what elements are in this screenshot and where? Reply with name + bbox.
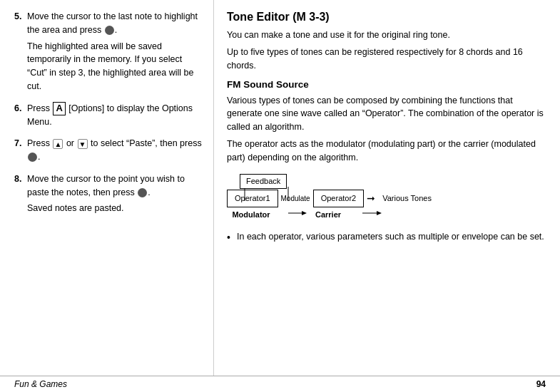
bullet-dot-icon: •: [227, 230, 237, 245]
intro-1: You can make a tone and use it for the o…: [227, 29, 546, 42]
step-7: 7. Press ▲ or ▼ to select “Paste”, then …: [14, 137, 202, 167]
diagram-inner: Feedback Operator1 Modulate Operator2 ➞ …: [227, 174, 432, 220]
fm-desc-1: Various types of tones can be composed b…: [227, 94, 546, 134]
various-tones-label: Various Tones: [382, 192, 432, 205]
ops-row: Operator1 Modulate Operator2 ➞ Various T…: [227, 190, 432, 207]
arrow-right-icon: ➞: [367, 191, 375, 206]
bullet-section: • In each operator, various parameters s…: [227, 230, 546, 245]
step-6-text2: [Options] to display the Options Menu.: [27, 103, 193, 127]
step-8-content: Move the cursor to the point you wish to…: [27, 172, 202, 218]
tone-editor-title: Tone Editor (M 3-3): [227, 9, 546, 26]
step-5-line2: The highlighted area will be saved tempo…: [27, 40, 202, 93]
fm-diagram: Feedback Operator1 Modulate Operator2 ➞ …: [227, 174, 546, 220]
intro-2: Up to five types of tones can be registe…: [227, 46, 546, 73]
step-7-content: Press ▲ or ▼ to select “Paste”, then pre…: [27, 137, 202, 167]
operator2-box: Operator2: [313, 190, 365, 207]
step-6: 6. Press A [Options] to display the Opti…: [14, 102, 202, 132]
a-key-icon: A: [53, 102, 65, 115]
up-arrow-icon: ▲: [53, 139, 63, 149]
footer-page: 94: [536, 379, 546, 389]
bullet-item: • In each operator, various parameters s…: [227, 230, 546, 245]
operator1-box: Operator1: [227, 190, 278, 207]
step-6-content: Press A [Options] to display the Options…: [27, 102, 202, 132]
step-7-text3: to select “Paste”, then press: [91, 138, 202, 148]
step-7-press: Press: [27, 138, 50, 148]
step-8-num: 8.: [14, 172, 27, 186]
left-column: 5. Move the cursor to the last note to h…: [0, 0, 214, 376]
bullet-text: In each operator, various parameters suc…: [237, 230, 544, 244]
step-5-content: Move the cursor to the last note to high…: [27, 10, 202, 96]
circle-button-icon-3: [138, 188, 147, 197]
fm-desc-2: The operator acts as the modulator (modu…: [227, 138, 546, 165]
step-8-line2: Saved notes are pasted.: [27, 202, 202, 215]
step-5: 5. Move the cursor to the last note to h…: [14, 10, 202, 96]
modulate-label: Modulate: [281, 193, 310, 204]
footer: Fun & Games 94: [0, 376, 560, 392]
step-8-line1: Move the cursor to the point you wish to…: [27, 174, 185, 197]
feedback-box: Feedback: [240, 174, 287, 189]
modulator-label: Modulator: [227, 209, 275, 221]
ops-labels: Modulator Carrier: [227, 209, 432, 221]
feedback-label: Feedback: [246, 177, 280, 185]
right-column: Tone Editor (M 3-3) You can make a tone …: [214, 0, 560, 376]
step-7-or: or: [66, 138, 74, 148]
fm-sound-title: FM Sound Source: [227, 78, 546, 92]
carrier-label-wrapper: Carrier: [315, 209, 341, 221]
step-6-num: 6.: [14, 102, 27, 115]
circle-button-icon-2: [28, 153, 37, 162]
circle-button-icon: [105, 26, 114, 35]
step-6-press: Press: [27, 103, 50, 113]
step-7-num: 7.: [14, 137, 27, 150]
down-arrow-icon: ▼: [78, 139, 88, 149]
footer-category: Fun & Games: [14, 379, 67, 389]
step-5-num: 5.: [14, 10, 27, 24]
step-8: 8. Move the cursor to the point you wish…: [14, 172, 202, 218]
step-5-line1: Move the cursor to the last note to high…: [27, 10, 202, 37]
carrier-label: Carrier: [315, 209, 341, 221]
